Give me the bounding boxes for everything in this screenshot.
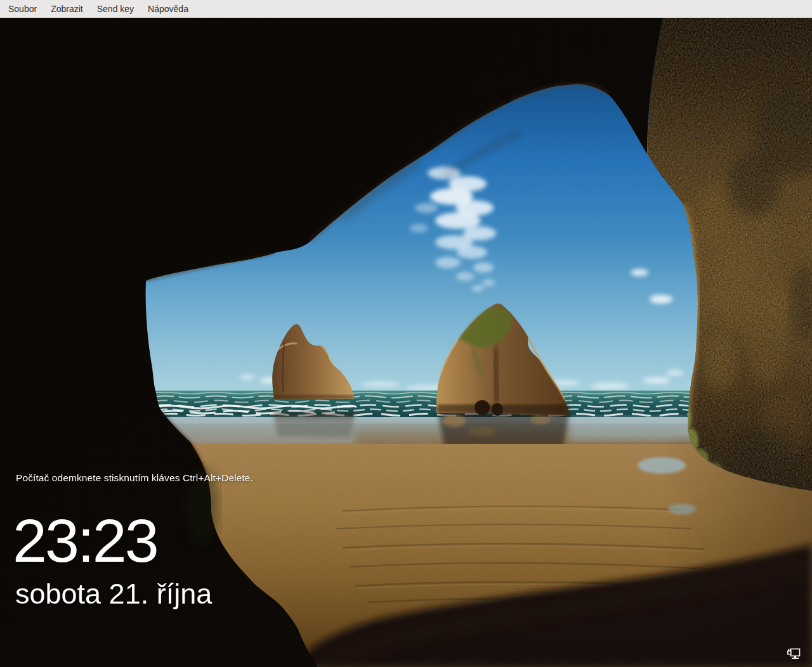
unlock-instruction: Počítač odemknete stisknutím kláves Ctrl…	[16, 472, 253, 484]
vm-display[interactable]: Počítač odemknete stisknutím kláves Ctrl…	[0, 18, 812, 667]
menu-file[interactable]: Soubor	[1, 1, 44, 17]
menu-send-key[interactable]: Send key	[90, 1, 141, 17]
menu-help[interactable]: Nápověda	[141, 1, 195, 17]
tide-pool	[638, 457, 686, 474]
menubar: Soubor Zobrazit Send key Nápověda	[0, 0, 812, 18]
lock-date: sobota 21. října	[15, 578, 212, 610]
lock-clock: 23:23	[13, 510, 157, 571]
menu-view[interactable]: Zobrazit	[44, 1, 90, 17]
network-ethernet-icon	[785, 647, 802, 663]
